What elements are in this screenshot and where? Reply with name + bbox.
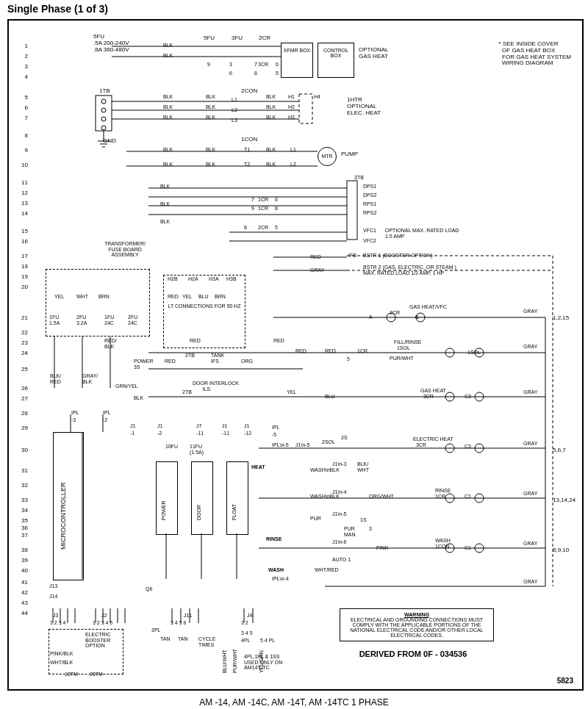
wiring-svg <box>9 21 582 689</box>
diagram-frame: 1 2 3 4 5 6 7 8 9 10 11 12 13 14 15 16 1… <box>7 19 584 691</box>
caption: AM -14, AM -14C, AM -14T, AM -14TC 1 PHA… <box>0 697 588 708</box>
svg-point-1 <box>101 99 106 104</box>
svg-point-3 <box>101 117 106 121</box>
svg-point-4 <box>101 126 106 130</box>
svg-rect-23 <box>299 94 312 123</box>
page-title: Single Phase (1 of 3) <box>7 3 108 15</box>
svg-point-2 <box>101 108 106 112</box>
svg-rect-16 <box>347 181 357 240</box>
